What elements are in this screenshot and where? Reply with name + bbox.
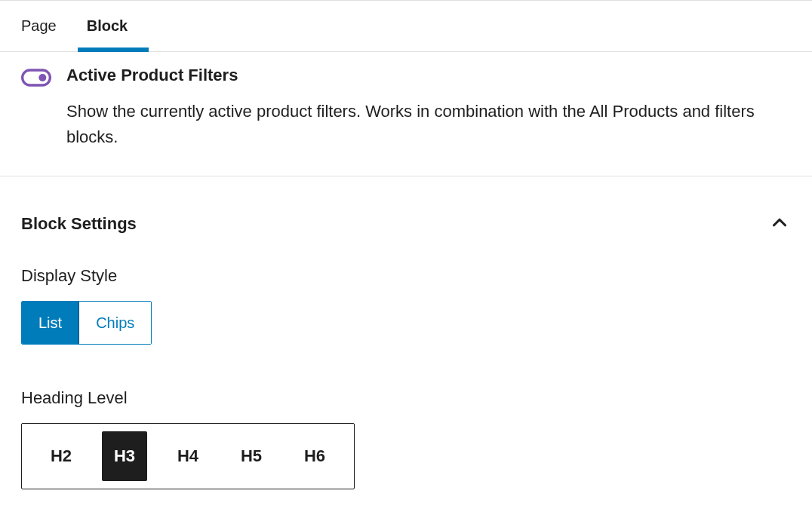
tab-page[interactable]: Page bbox=[21, 1, 78, 51]
heading-level-h2-button[interactable]: H2 bbox=[29, 431, 93, 481]
block-title: Active Product Filters bbox=[66, 66, 791, 85]
tab-label: Page bbox=[21, 17, 57, 34]
block-settings-title: Block Settings bbox=[21, 214, 137, 234]
display-style-chips-button[interactable]: Chips bbox=[79, 302, 151, 344]
chevron-up-icon bbox=[768, 211, 791, 236]
block-description: Show the currently active product filter… bbox=[66, 99, 791, 150]
tab-block[interactable]: Block bbox=[78, 1, 149, 51]
heading-level-h3-button[interactable]: H3 bbox=[102, 431, 147, 481]
svg-point-1 bbox=[38, 74, 46, 81]
toggle-icon bbox=[21, 67, 51, 88]
inspector-tabs: Page Block bbox=[0, 1, 812, 52]
block-settings-body: Display Style List Chips Heading Level H… bbox=[0, 244, 812, 497]
block-card: Active Product Filters Show the currentl… bbox=[0, 52, 812, 176]
tab-label: Block bbox=[87, 17, 128, 34]
heading-level-h6-button[interactable]: H6 bbox=[283, 431, 346, 481]
block-settings-panel-header[interactable]: Block Settings bbox=[0, 176, 812, 244]
display-style-group: List Chips bbox=[21, 301, 152, 345]
heading-level-label: Heading Level bbox=[21, 388, 791, 408]
heading-level-group: H2 H3 H4 H5 H6 bbox=[21, 423, 355, 489]
heading-level-h5-button[interactable]: H5 bbox=[220, 431, 283, 481]
display-style-list-button[interactable]: List bbox=[22, 302, 79, 344]
display-style-label: Display Style bbox=[21, 266, 791, 286]
heading-level-h4-button[interactable]: H4 bbox=[156, 431, 220, 481]
